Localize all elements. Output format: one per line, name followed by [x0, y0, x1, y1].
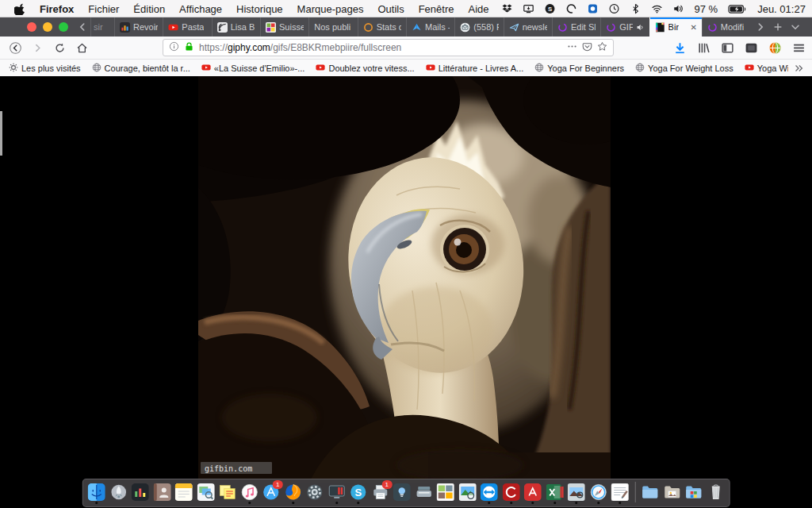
dock-image-capture[interactable] [458, 483, 477, 502]
bookmark-yoga-with-adriene[interactable]: Yoga With Adriene [739, 63, 788, 74]
time-machine-icon[interactable] [608, 3, 620, 14]
sidebar-button[interactable] [721, 41, 734, 55]
dock-contacts[interactable] [152, 483, 171, 502]
volume-icon[interactable] [672, 3, 684, 14]
bluetooth-icon[interactable] [630, 3, 642, 14]
gif-player[interactable]: gifbin.com [198, 76, 611, 483]
page-actions-icon[interactable] [567, 40, 577, 55]
tab-sir[interactable]: sir [90, 17, 114, 37]
menu-outils[interactable]: Outils [370, 3, 411, 15]
dock-skype[interactable]: S [349, 483, 368, 502]
bookmark-yoga-for-beginners[interactable]: Yoga For Beginners [529, 63, 630, 74]
menu-fen-tre[interactable]: Fenêtre [412, 3, 462, 15]
menu-firefox[interactable]: Firefox [33, 3, 81, 15]
tab-pasta[interactable]: Pasta [163, 17, 211, 37]
library-button[interactable] [697, 41, 710, 55]
tab-mails[interactable]: Mails - [406, 17, 454, 37]
tab-modifi[interactable]: Modifi [702, 17, 750, 37]
dock-safari[interactable] [588, 483, 607, 502]
menu-affichage[interactable]: Affichage [172, 3, 229, 15]
dock-folder-windows[interactable] [684, 483, 703, 502]
scroll-tabs-left-button[interactable] [75, 17, 90, 37]
bookmark-doublez-votre-vitess[interactable]: Doublez votre vitess... [310, 63, 419, 74]
tab-revoir[interactable]: Revoir [114, 17, 163, 37]
apple-menu-icon[interactable] [14, 3, 25, 15]
dock-printer[interactable]: 1 [370, 483, 389, 502]
scroll-tabs-right-button[interactable] [753, 20, 768, 34]
dock-notes[interactable] [174, 483, 193, 502]
bookmark-la-suisse-d-emilio[interactable]: «La Suisse d'Emilio»-... [196, 63, 311, 74]
dock-excel[interactable] [545, 483, 564, 502]
dock-stickies[interactable] [218, 483, 237, 502]
dock-finder[interactable] [87, 483, 106, 502]
dock-scanner[interactable] [414, 483, 433, 502]
menu-fichier[interactable]: Fichier [81, 3, 126, 15]
battery-charging-icon[interactable] [728, 4, 747, 14]
skype-status-icon[interactable]: S [544, 3, 556, 14]
tab-close-button[interactable]: ✕ [690, 23, 696, 32]
dock-folder-documents[interactable] [662, 483, 681, 502]
site-info-icon[interactable] [169, 40, 179, 55]
dock-textedit[interactable] [611, 483, 630, 502]
menu-bar-clock[interactable]: Jeu. 01:27 [757, 3, 806, 15]
screenshot-extension-button[interactable] [745, 41, 758, 55]
dock-hp-utility[interactable] [393, 483, 412, 502]
back-button[interactable] [5, 38, 25, 57]
dock-firefox[interactable] [283, 483, 302, 502]
menu-dition[interactable]: Édition [126, 3, 172, 15]
download-button[interactable] [673, 41, 687, 55]
dock-app-store[interactable]: 1 [262, 483, 281, 502]
minimize-window-button[interactable] [43, 22, 52, 32]
dock-teamviewer[interactable] [480, 483, 499, 502]
tab-gif[interactable]: GIF [600, 17, 649, 37]
dock-acrobat[interactable] [501, 483, 520, 502]
tab-nos-publi[interactable]: Nos publi [308, 17, 357, 37]
close-window-button[interactable] [27, 22, 36, 32]
tab-suisse[interactable]: Suisse [260, 17, 308, 37]
url-bar[interactable]: https://giphy.com/gifs/E8BKRmebpiire/ful… [163, 39, 614, 56]
menu-button[interactable] [792, 41, 806, 55]
menu-aide[interactable]: Aide [461, 3, 496, 15]
dock-acrobat-reader[interactable] [523, 483, 542, 502]
web-extension-button[interactable] [768, 41, 782, 55]
tab-bir[interactable]: Bir✕ [649, 17, 702, 37]
bookmark-star-icon[interactable] [597, 40, 607, 55]
tab-558-f[interactable]: (558) F [454, 17, 503, 37]
menu-historique[interactable]: Historique [229, 3, 290, 15]
bookmark-courage-bient-t-la-r[interactable]: Courage, bientôt la r... [86, 63, 196, 74]
bookmark-yoga-for-weight-loss[interactable]: Yoga For Weight Loss [630, 63, 739, 74]
dock-photo-viewer[interactable] [567, 483, 586, 502]
dock-trash[interactable] [706, 483, 725, 502]
dock-system-preferences[interactable] [305, 483, 324, 502]
pocket-icon[interactable] [582, 40, 592, 55]
new-tab-button[interactable] [771, 20, 785, 34]
spinner-icon [557, 22, 568, 33]
reload-button[interactable] [49, 38, 70, 57]
dropbox-icon[interactable] [501, 3, 513, 14]
dock-itunes[interactable] [239, 483, 259, 502]
forward-button[interactable] [27, 38, 48, 57]
wifi-icon[interactable] [651, 3, 663, 14]
creative-cloud-icon[interactable] [565, 3, 577, 14]
bookmark-litt-rature-livres-a[interactable]: Littérature - Livres A... [420, 63, 530, 74]
bookmarks-overflow-button[interactable] [788, 63, 809, 74]
dock-launchpad[interactable] [109, 483, 128, 502]
dock-photo-collage[interactable] [436, 483, 455, 502]
menu-marque-pages[interactable]: Marque-pages [290, 3, 371, 15]
blue-app-icon[interactable] [587, 3, 599, 14]
https-lock-icon[interactable] [184, 40, 194, 55]
home-button[interactable] [71, 38, 92, 57]
bookmark-les-plus-visit-s[interactable]: Les plus visités [3, 63, 86, 74]
tab-newsle[interactable]: newsle [504, 17, 552, 37]
zoom-window-button[interactable] [59, 22, 68, 32]
dock-display-utility[interactable] [327, 483, 346, 502]
dock-app-window-bars[interactable] [131, 483, 150, 502]
dock-preview[interactable] [196, 483, 215, 502]
display-mirroring-icon[interactable] [523, 3, 534, 14]
tab-edit-sl[interactable]: Edit Sl [552, 17, 600, 37]
tab-audio-icon[interactable] [636, 23, 645, 32]
tab-stats-d[interactable]: Stats d [358, 17, 406, 37]
tab-lisa-b[interactable]: Lisa B [212, 17, 260, 37]
all-tabs-button[interactable] [788, 20, 802, 34]
dock-folder-blue[interactable] [641, 483, 660, 502]
